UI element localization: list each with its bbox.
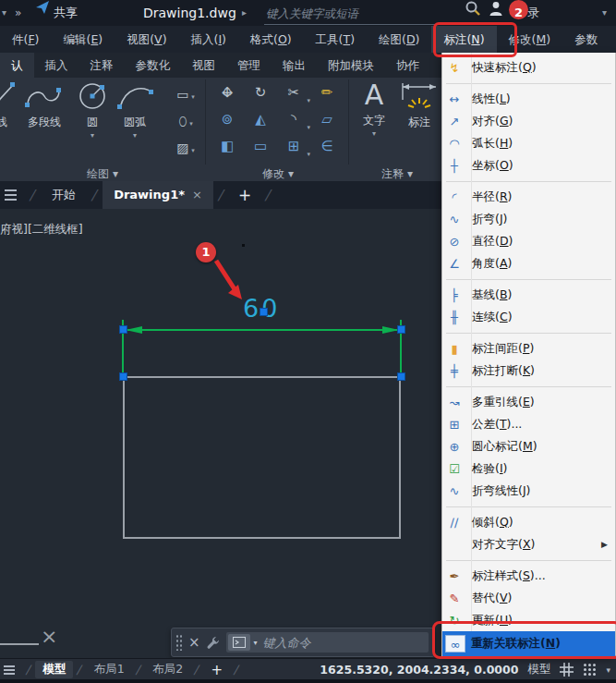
new-tab-button[interactable]: + xyxy=(229,181,260,209)
rectangle-entity[interactable] xyxy=(123,376,401,539)
array-icon[interactable]: ⊞▾ xyxy=(277,133,310,160)
share-plane-icon[interactable] xyxy=(35,0,50,15)
grip-dimension-text[interactable] xyxy=(260,308,268,316)
menubar-item[interactable]: 格式(O) xyxy=(238,26,304,53)
quick-access-expand-icon[interactable]: » xyxy=(15,0,19,26)
hatch-caret-icon[interactable]: ▾ xyxy=(191,147,195,154)
scale-icon[interactable]: ▭ xyxy=(244,133,277,160)
menu-item[interactable]: 对齐文字(X)▶ xyxy=(442,533,615,555)
grip-rectangle-right[interactable] xyxy=(397,372,405,381)
viewport-label[interactable]: 府视][二维线框] xyxy=(0,222,83,238)
hatch-icon[interactable]: ▨▾ xyxy=(168,135,203,162)
rotate-icon[interactable]: ↻ xyxy=(244,79,277,106)
command-prompt-icon[interactable] xyxy=(228,634,250,651)
search-input[interactable] xyxy=(264,3,462,25)
login-label[interactable]: 录 xyxy=(527,0,539,26)
circle-tool-caret-icon[interactable]: ▾ xyxy=(74,131,111,140)
stretch-icon[interactable]: ◧ xyxy=(211,133,244,160)
arc-tool-caret-icon[interactable]: ▾ xyxy=(113,131,157,140)
menu-item[interactable]: ∿折弯线性(J) xyxy=(442,480,615,502)
ribbon-tab[interactable]: 参数化 xyxy=(125,53,182,78)
arc-tool[interactable]: 圆弧 ▾ xyxy=(113,79,157,140)
model-space-button[interactable]: 模型 xyxy=(527,662,550,677)
menubar-item[interactable]: 插入(I) xyxy=(179,26,238,53)
tab-drawing1[interactable]: Drawing1*× xyxy=(103,181,213,209)
menu-item[interactable]: ⊘直径(D) xyxy=(442,230,615,252)
menu-item[interactable]: ↔线性(L) xyxy=(442,88,615,110)
menu-item[interactable]: ∕∕倾斜(Q) xyxy=(442,511,615,533)
layout-tab-1[interactable]: 模型 xyxy=(35,661,73,678)
command-bar-drag-handle[interactable] xyxy=(175,634,183,651)
box-icon[interactable]: ▱ xyxy=(310,106,344,133)
layout-menu-icon[interactable] xyxy=(0,665,22,675)
menu-item[interactable]: ⊕圆心标记(M) xyxy=(442,435,615,457)
command-history-caret-icon[interactable]: ▾ xyxy=(250,639,261,647)
titlebar-dropdown-icon[interactable]: ▾ xyxy=(602,0,607,26)
snap-mode-icon[interactable] xyxy=(583,663,597,677)
ribbon-tab[interactable]: 注释 xyxy=(79,53,125,78)
new-layout-button[interactable]: + xyxy=(203,662,230,678)
menu-item[interactable]: ╞基线(B) xyxy=(442,284,615,306)
menu-item[interactable]: ↯快速标注(Q) xyxy=(442,56,615,79)
polyline-tool[interactable]: 多段线 xyxy=(20,79,68,130)
title-flyout-icon[interactable]: ▸ xyxy=(242,0,247,26)
menu-item[interactable]: ┼坐标(O) xyxy=(442,154,615,177)
menubar-item[interactable]: 绘图(D) xyxy=(367,26,431,53)
menu-item[interactable]: ✎替代(V) xyxy=(442,587,615,609)
fillet-icon[interactable]: ◝▾ xyxy=(277,106,310,133)
move-icon[interactable]: ↔↕ xyxy=(211,79,244,106)
trim-icon[interactable]: ✂▾ xyxy=(277,79,310,106)
layout-tab-3[interactable]: 布局2 xyxy=(145,661,190,678)
ribbon-tab[interactable]: 输出 xyxy=(272,53,317,78)
menu-item[interactable]: ╫连续(C) xyxy=(442,306,615,328)
customize-wrench-icon[interactable] xyxy=(206,635,221,650)
search-icon[interactable] xyxy=(465,0,481,17)
grip-dimension-left[interactable] xyxy=(119,325,127,334)
menubar-item[interactable]: 参数 xyxy=(562,26,610,53)
grid-display-icon[interactable] xyxy=(560,663,574,677)
modify-panel-label[interactable]: 修改 ▾ xyxy=(211,166,345,182)
menu-item[interactable]: ▮标注间距(P) xyxy=(442,337,615,360)
tab-close-icon[interactable]: × xyxy=(192,188,202,201)
layout-tab-2[interactable]: 布局1 xyxy=(87,661,132,678)
command-bar-close-icon[interactable]: × xyxy=(183,634,206,651)
menu-item[interactable]: ╪标注打断(K) xyxy=(442,360,615,382)
circle-tool[interactable]: 圆 ▾ xyxy=(74,79,111,140)
text-tool-caret-icon[interactable]: ▾ xyxy=(355,129,393,138)
command-input[interactable] xyxy=(261,635,429,651)
quick-access-caret-icon[interactable]: ▾ xyxy=(2,0,6,26)
menu-item[interactable]: ◜半径(R) xyxy=(442,186,615,208)
offset-icon[interactable]: ∈ xyxy=(310,133,344,160)
ellipse-caret-icon[interactable]: ▾ xyxy=(189,120,193,128)
annotation-panel-label[interactable]: 注释 ▾ xyxy=(353,166,441,182)
menubar-item[interactable]: 编辑(E) xyxy=(51,26,115,53)
copy-icon[interactable]: ⊚ xyxy=(211,106,244,133)
menu-item[interactable]: ⊞公差(T)... xyxy=(442,413,615,435)
rectangle-icon[interactable]: ▭▾ xyxy=(168,81,203,108)
ellipse-icon[interactable]: ⬯▾ xyxy=(168,108,203,135)
mirror-icon[interactable]: ◭ xyxy=(244,106,277,133)
draw-panel-label[interactable]: 绘图 ▾ xyxy=(0,166,205,182)
menu-item[interactable]: ↝多重引线(E) xyxy=(442,391,615,413)
account-icon[interactable] xyxy=(488,0,504,17)
ribbon-tab[interactable]: 认 xyxy=(0,53,34,78)
share-label[interactable]: 共享 xyxy=(54,0,78,26)
dimension-tool[interactable]: 标注 xyxy=(397,79,441,130)
dimension-line[interactable] xyxy=(123,329,401,331)
tab-start[interactable]: 开始 xyxy=(41,181,87,209)
menu-item[interactable]: ↗对齐(G) xyxy=(442,110,615,132)
menubar-item[interactable]: 件(F) xyxy=(0,26,51,53)
grip-rectangle-left[interactable] xyxy=(119,372,127,381)
ribbon-tab[interactable]: 协作 xyxy=(385,53,430,78)
menu-item[interactable]: ∠角度(A) xyxy=(442,252,615,274)
menu-item[interactable]: ☑检验(I) xyxy=(442,457,615,480)
grip-dimension-right[interactable] xyxy=(397,325,405,334)
ribbon-tab[interactable]: 附加模块 xyxy=(317,53,385,78)
ribbon-tab[interactable]: 插入 xyxy=(34,53,79,78)
rectangle-caret-icon[interactable]: ▾ xyxy=(191,93,195,101)
menubar-item[interactable]: 视图(V) xyxy=(115,26,178,53)
ribbon-tab[interactable]: 管理 xyxy=(226,53,272,78)
ribbon-tab[interactable]: 视图 xyxy=(181,53,226,78)
menu-item[interactable]: ◠弧长(H) xyxy=(442,132,615,154)
menu-item[interactable]: ∿折弯(J) xyxy=(442,208,615,230)
